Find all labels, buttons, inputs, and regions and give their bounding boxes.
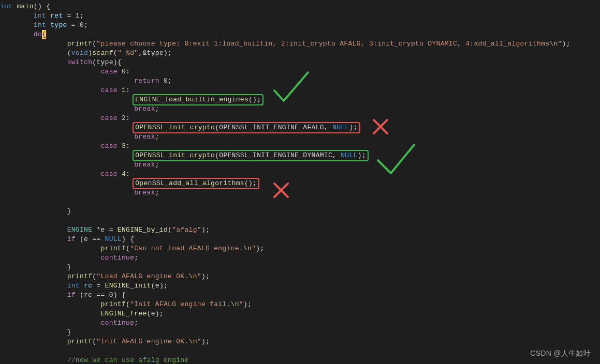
- code-line: printf("Init AFALG engine fail.\n");: [0, 300, 252, 308]
- code-line: int main() {: [0, 3, 50, 10]
- code-line: case 1:: [0, 86, 130, 94]
- code-line: }: [0, 207, 71, 215]
- code-line: ENGINE_load_builtin_engines();: [0, 96, 262, 103]
- code-line: int rc = ENGINE_init(e);: [0, 282, 168, 290]
- watermark-text: CSDN @人生如叶: [530, 348, 591, 358]
- cursor: {: [42, 30, 46, 39]
- code-line: //now we can use afalg engine: [0, 356, 189, 364]
- code-line: case 3:: [0, 142, 130, 150]
- code-line: }: [0, 328, 71, 336]
- code-line: OpenSSL_add_all_algorithms();: [0, 179, 258, 187]
- code-line: OPENSSL_init_crypto(OPENSSL_INIT_ENGINE_…: [0, 151, 367, 159]
- code-line: int type = 0;: [0, 21, 88, 29]
- code-line: printf("please choose type: 0:exit 1:loa…: [0, 40, 570, 48]
- code-line: if (rc == 0) {: [0, 291, 126, 299]
- code-line: OPENSSL_init_crypto(OPENSSL_INIT_ENGINE_…: [0, 124, 359, 131]
- code-line: case 2:: [0, 114, 130, 122]
- code-line: switch(type){: [0, 58, 122, 66]
- code-line: break;: [0, 161, 159, 169]
- code-line: }: [0, 263, 71, 271]
- code-line: ENGINE_free(e);: [0, 310, 164, 317]
- code-line: printf("Load AFALG engine OK.\n");: [0, 272, 210, 280]
- code-line: continue;: [0, 254, 138, 262]
- highlight-box-red: OPENSSL_init_crypto(OPENSSL_INIT_ENGINE_…: [133, 122, 360, 133]
- code-line: case 0:: [0, 68, 130, 75]
- code-line: [0, 347, 4, 355]
- code-line: break;: [0, 133, 159, 141]
- code-line: return 0;: [0, 77, 172, 85]
- code-line: printf("Init AFALG engine OK.\n");: [0, 338, 210, 345]
- code-line: printf("Can not load AFALG engine.\n");: [0, 245, 264, 252]
- highlight-box-green: OPENSSL_init_crypto(OPENSSL_INIT_ENGINE_…: [133, 150, 369, 161]
- code-line: ENGINE *e = ENGINE_by_id("afalg");: [0, 226, 210, 234]
- code-line: [0, 217, 4, 224]
- highlight-box-green: ENGINE_load_builtin_engines();: [133, 94, 264, 105]
- code-line: (void)scanf(" %d",&type);: [0, 49, 172, 57]
- highlight-box-red: OpenSSL_add_all_algorithms();: [133, 178, 259, 189]
- code-line: break;: [0, 189, 159, 196]
- code-line: int ret = 1;: [0, 12, 84, 20]
- code-line: if (e == NULL) {: [0, 235, 134, 243]
- code-line: continue;: [0, 319, 138, 327]
- code-line: break;: [0, 105, 159, 113]
- code-line: case 4:: [0, 170, 130, 178]
- code-editor[interactable]: int main() { int ret = 1; int type = 0; …: [0, 0, 600, 364]
- code-line: do{: [0, 31, 46, 38]
- code-line: [0, 198, 4, 206]
